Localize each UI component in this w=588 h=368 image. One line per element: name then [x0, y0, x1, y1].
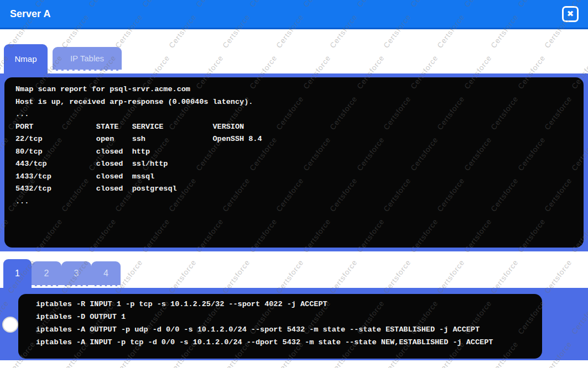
- iptables-panel: iptables -R INPUT 1 -p tcp -s 10.1.2.25/…: [0, 288, 588, 360]
- tab-ip-tables[interactable]: IP Tables: [53, 47, 122, 71]
- server-a-dialog: Server A ✖ Nmap IP Tables Nmap scan repo…: [0, 0, 588, 368]
- nmap-panel: Nmap scan report for psql-srvr.acme.com …: [0, 73, 588, 251]
- close-icon: ✖: [567, 10, 574, 18]
- tab-rule-1-label: 1: [15, 269, 20, 278]
- tab-nmap[interactable]: Nmap: [4, 44, 48, 73]
- tab-rule-4[interactable]: 4: [91, 261, 121, 286]
- title-bar: Server A ✖: [0, 0, 588, 29]
- close-button[interactable]: ✖: [562, 6, 579, 22]
- tab-rule-3-label: 3: [74, 269, 79, 278]
- window-title: Server A: [10, 8, 50, 20]
- tab-nmap-label: Nmap: [14, 54, 37, 64]
- answer-radio[interactable]: [2, 317, 18, 333]
- tab-rule-2-label: 2: [44, 269, 49, 278]
- tab-rule-4-label: 4: [103, 269, 108, 278]
- tab-ip-tables-label: IP Tables: [70, 54, 104, 63]
- tab-rule-1[interactable]: 1: [3, 259, 32, 288]
- iptables-rules-output: iptables -R INPUT 1 -p tcp -s 10.1.2.25/…: [18, 294, 542, 359]
- nmap-scan-output: Nmap scan report for psql-srvr.acme.com …: [4, 77, 584, 248]
- tab-rule-2[interactable]: 2: [32, 261, 61, 286]
- tab-rule-3[interactable]: 3: [61, 261, 91, 286]
